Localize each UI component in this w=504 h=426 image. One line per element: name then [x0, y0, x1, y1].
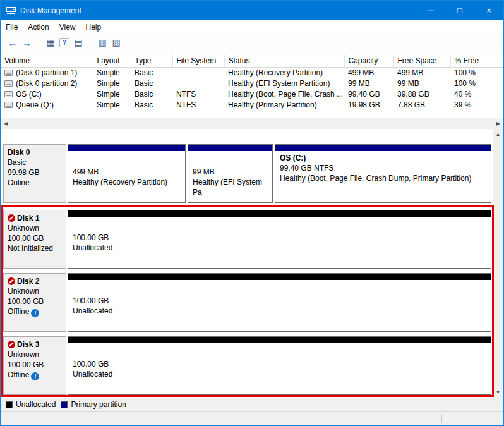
column-header-volume[interactable]: Volume [1, 55, 93, 67]
scroll-down-button[interactable]: ▼ [493, 387, 503, 398]
partition-title: OS (C:) [280, 153, 486, 163]
column-header-type[interactable]: Type [131, 55, 172, 67]
partition-status: Unallocated [73, 306, 486, 316]
partition-color-strip [68, 337, 491, 343]
vertical-scrollbar[interactable]: ▲ ▼ [493, 129, 503, 398]
partition-size: 100.00 GB [73, 359, 486, 369]
legend-swatch-primary-partition [61, 401, 68, 408]
menu-item-file[interactable]: File [1, 20, 23, 34]
partition-color-strip [68, 210, 491, 217]
column-header-file-system[interactable]: File System [172, 55, 224, 67]
cell-free-space: 499 MB [393, 67, 450, 78]
cell-volume: Queue (Q:) [1, 99, 93, 110]
volume-name: (Disk 0 partition 2) [16, 79, 77, 88]
menu-item-action[interactable]: Action [23, 20, 54, 34]
cell-type: Basic [131, 88, 172, 99]
table-row[interactable]: (Disk 0 partition 2) Simple Basic Health… [1, 78, 503, 88]
volume-icon [4, 102, 13, 108]
volume-name: OS (C:) [16, 90, 42, 99]
disk-error-icon [8, 214, 15, 222]
table-row[interactable]: Queue (Q:) Simple Basic NTFS Healthy (Pr… [1, 99, 503, 110]
cell-capacity: 99.40 GB [344, 88, 393, 99]
properties-icon[interactable]: ▤ [71, 36, 85, 49]
legend: Unallocated Primary partition [1, 398, 503, 411]
disk-2-partitions: 100.00 GB Unallocated [68, 273, 491, 332]
legend-swatch-unallocated [6, 401, 13, 408]
partition-status: Unallocated [73, 243, 486, 253]
console-tree-icon[interactable]: ▦ [44, 36, 57, 49]
partition-color-strip [188, 145, 272, 151]
disk-error-icon [8, 341, 15, 348]
cell-volume: (Disk 0 partition 1) [1, 67, 93, 78]
disk-kind: Unknown [8, 350, 62, 360]
forward-icon[interactable]: → [20, 36, 33, 49]
menubar: File Action View Help [1, 20, 503, 34]
caption-buttons: ─ □ × [416, 1, 503, 20]
partition-recovery[interactable]: 499 MB Healthy (Recovery Partition) [68, 144, 186, 203]
column-header-pct-free[interactable]: % Free [450, 55, 503, 67]
volume-name: (Disk 0 partition 1) [16, 68, 77, 77]
menu-item-view[interactable]: View [54, 20, 81, 34]
horizontal-scrollbar[interactable]: ◀ ▶ [1, 118, 503, 129]
column-header-free-space[interactable]: Free Space [393, 55, 450, 67]
table-row[interactable]: OS (C:) Simple Basic NTFS Healthy (Boot,… [1, 88, 503, 99]
cell-free-space: 99 MB [393, 78, 450, 88]
dialog-icon[interactable]: ▥ [95, 36, 109, 49]
legend-label: Primary partition [71, 400, 126, 409]
close-button[interactable]: × [474, 1, 503, 20]
table-row[interactable]: (Disk 0 partition 1) Simple Basic Health… [1, 67, 503, 78]
cell-status: Healthy (Boot, Page File, Crash ... [224, 88, 344, 99]
cell-volume: (Disk 0 partition 2) [1, 78, 93, 88]
cell-file-system [172, 78, 224, 88]
partition-color-strip [68, 145, 185, 151]
partition-unallocated[interactable]: 100.00 GB Unallocated [68, 273, 491, 332]
legend-item-primary-partition: Primary partition [61, 400, 126, 409]
cell-pct-free: 100 % [450, 67, 503, 78]
column-header-capacity[interactable]: Capacity [344, 55, 393, 67]
menu-item-help[interactable]: Help [81, 20, 107, 34]
column-header-layout[interactable]: Layout [93, 55, 131, 67]
disk-0-header[interactable]: Disk 0 Basic 99.98 GB Online [3, 144, 66, 203]
disk-management-window: Disk Management ─ □ × File Action View H… [0, 0, 504, 426]
disk-row-1: Disk 1 Unknown 100.00 GB Not Initialized… [3, 210, 491, 269]
cell-type: Basic [131, 67, 172, 78]
cell-layout: Simple [93, 78, 131, 88]
disk-3-header[interactable]: Disk 3 Unknown 100.00 GB Offline [3, 336, 66, 395]
minimize-button[interactable]: ─ [416, 1, 445, 20]
volume-icon [4, 70, 13, 76]
disk-1-header[interactable]: Disk 1 Unknown 100.00 GB Not Initialized [3, 210, 66, 269]
scroll-up-button[interactable]: ▲ [493, 129, 503, 140]
help-icon[interactable]: ? [59, 38, 69, 47]
legend-icon[interactable]: ▨ [109, 36, 123, 49]
legend-label: Unallocated [16, 400, 56, 409]
partition-unallocated[interactable]: 100.00 GB Unallocated [68, 210, 491, 269]
partition-status: Healthy (Recovery Partition) [73, 177, 181, 187]
disk-status: Offline [8, 307, 62, 317]
disk-size: 99.98 GB [8, 167, 62, 178]
disk-kind: Unknown [8, 286, 62, 296]
volume-name: Queue (Q:) [16, 100, 54, 109]
disk-2-header[interactable]: Disk 2 Unknown 100.00 GB Offline [3, 273, 66, 332]
partition-efi[interactable]: 99 MB Healthy (EFI System Pa [188, 144, 273, 203]
info-icon[interactable] [31, 309, 39, 317]
partition-os-c[interactable]: OS (C:) 99.40 GB NTFS Healthy (Boot, Pag… [275, 144, 491, 203]
column-header-status[interactable]: Status [224, 55, 344, 67]
scroll-right-button[interactable]: ▶ [493, 118, 503, 129]
disk-row-0: Disk 0 Basic 99.98 GB Online 499 MB Heal… [3, 144, 491, 203]
cell-status: Healthy (Recovery Partition) [224, 67, 344, 78]
cell-type: Basic [131, 78, 172, 88]
maximize-button[interactable]: □ [445, 1, 474, 20]
legend-item-unallocated: Unallocated [6, 400, 56, 409]
cell-pct-free: 39 % [450, 99, 503, 110]
disk-name: Disk 3 [8, 339, 62, 350]
cell-capacity: 499 MB [344, 67, 393, 78]
info-icon[interactable] [31, 372, 39, 380]
partition-unallocated[interactable]: 100.00 GB Unallocated [68, 336, 491, 395]
disk-3-partitions: 100.00 GB Unallocated [68, 336, 491, 395]
back-icon[interactable]: ← [6, 36, 20, 49]
scroll-left-button[interactable]: ◀ [1, 118, 11, 129]
partition-size: 99 MB [193, 167, 268, 177]
cell-file-system: NTFS [172, 88, 224, 99]
status-bar-divider [441, 414, 442, 423]
disk-name: Disk 2 [8, 276, 62, 286]
